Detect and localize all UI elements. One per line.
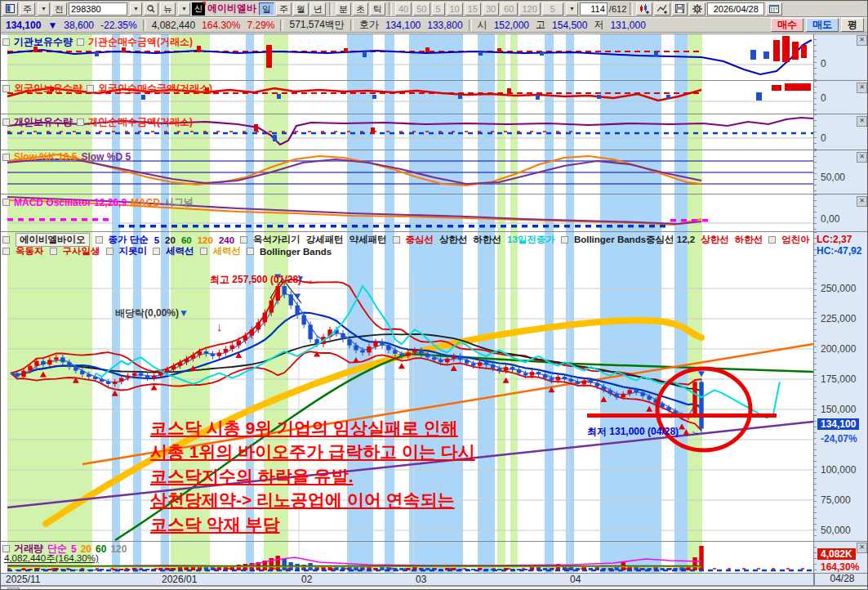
legend-label: 외국인순매수금액(거래소): [98, 82, 212, 96]
timeframe-day-button[interactable]: 일: [259, 2, 274, 16]
legend-checkbox[interactable]: [2, 38, 10, 46]
interval-15-button[interactable]: 15: [465, 2, 481, 16]
legend-label: 옥동자: [16, 245, 44, 257]
timeframe-second-button[interactable]: 초: [353, 2, 368, 16]
date-input[interactable]: 2026/04/28: [707, 2, 764, 16]
legend-checkbox[interactable]: [2, 236, 10, 244]
sell-button[interactable]: 매도: [806, 18, 839, 32]
high-marker-icon: ▼: [296, 274, 305, 283]
trendline-plus-icon: [657, 4, 667, 14]
timeframe-week-button[interactable]: 주: [276, 2, 292, 16]
date-tick: 04: [570, 574, 581, 585]
panel-divider[interactable]: [1, 80, 868, 81]
panel-divider[interactable]: [1, 150, 868, 150]
interval-30-button[interactable]: 30: [483, 2, 499, 16]
individual-panel: 개인보유수량개인순매수금액(거래소): [1, 114, 813, 150]
panel-divider[interactable]: [1, 194, 868, 194]
legend-checkbox[interactable]: [768, 236, 776, 244]
close-panel-button[interactable]: ✕: [857, 116, 867, 127]
legend-checkbox[interactable]: [96, 236, 103, 244]
legend-label: MACD Oscillator 12,26,9: [14, 197, 127, 208]
panel-divider: [1, 585, 868, 586]
panel-divider[interactable]: [1, 541, 868, 542]
close-panel-button[interactable]: ✕: [857, 543, 867, 553]
stock-name: 에이비엘바: [207, 2, 256, 16]
timeframe-minute-button[interactable]: 분: [336, 2, 351, 16]
candle-count-input[interactable]: 114: [580, 2, 608, 16]
legend-checkbox[interactable]: [2, 199, 10, 206]
interval-combo-arrow[interactable]: ▼: [566, 2, 578, 16]
low-pointer-icon: →: [689, 424, 703, 439]
legend-checkbox[interactable]: [87, 85, 94, 92]
panel-divider[interactable]: [1, 114, 868, 114]
info-separator: [469, 20, 472, 31]
add-trendline-tool-button[interactable]: [654, 2, 670, 16]
avg-button[interactable]: 평: [841, 18, 864, 32]
axis-ticks: [814, 150, 817, 194]
legend-label: 120: [110, 543, 127, 555]
close-panel-button[interactable]: ✕: [857, 196, 867, 207]
interval-40-button[interactable]: 40: [395, 2, 412, 16]
buy-button[interactable]: 매수: [771, 18, 803, 32]
close-panel-button[interactable]: ✕: [857, 35, 867, 46]
jeon-button[interactable]: 전: [51, 2, 67, 16]
main-chart-panel: 에이비엘바이오종가 단순52060120240옥석가리기강세패턴약세패턴중심선상…: [1, 231, 813, 541]
axis-value: 0: [821, 92, 826, 104]
interval-50-button[interactable]: 50: [413, 2, 430, 16]
chart-window-icon[interactable]: [2, 2, 18, 16]
timeframe-tick-button[interactable]: 틱: [370, 2, 385, 16]
panel-divider[interactable]: [1, 231, 868, 232]
hoga-label: 호가: [359, 18, 379, 32]
dividend-annotation: 배당락(0,00%)▼: [115, 306, 189, 320]
bid-price: 134,100: [385, 20, 421, 31]
legend-checkbox[interactable]: [240, 236, 247, 244]
shin-logo-icon: 신: [192, 2, 205, 16]
legend-checkbox[interactable]: [77, 118, 84, 126]
legend-checkbox[interactable]: [2, 118, 10, 126]
save-button[interactable]: [672, 2, 688, 16]
period-combo[interactable]: 주: [20, 2, 35, 16]
legend-checkbox[interactable]: [247, 248, 254, 255]
timeframe-year-button[interactable]: 년: [310, 2, 326, 16]
legend-checkbox[interactable]: [2, 248, 10, 255]
settings-button[interactable]: [689, 2, 706, 16]
toolbar-separator: [630, 2, 633, 16]
interval-10-button[interactable]: 10: [447, 2, 463, 16]
price-change: 38,600: [64, 20, 94, 31]
stock-code-arrow[interactable]: ▼: [130, 2, 142, 16]
candle-count-value: 114: [590, 4, 605, 14]
date-tick: 2026/01: [162, 574, 197, 585]
legend-checkbox[interactable]: [561, 236, 568, 244]
interval-60-button[interactable]: 60: [501, 2, 517, 16]
period-combo-arrow[interactable]: ▼: [38, 2, 50, 16]
news-arrow[interactable]: ▼: [178, 2, 190, 16]
close-panel-button[interactable]: ✕: [857, 83, 867, 93]
legend-checkbox[interactable]: [2, 545, 10, 552]
legend-checkbox[interactable]: [393, 236, 400, 244]
main-chart-legend-row2: 옥동자구사일생지못미세력선세력선Bollinger Bands: [2, 245, 332, 257]
interval-5-button[interactable]: 5: [432, 2, 445, 16]
high-label: 고: [536, 18, 545, 32]
stock-code-input[interactable]: 298380: [69, 2, 127, 16]
legend-checkbox[interactable]: [2, 85, 10, 92]
timeframe-month-button[interactable]: 월: [293, 2, 309, 16]
interval-combo[interactable]: 5: [542, 2, 563, 16]
add-candle-tool-button[interactable]: [636, 2, 652, 16]
close-panel-button[interactable]: ✕: [857, 152, 867, 163]
legend-checkbox[interactable]: [153, 248, 160, 255]
legend-checkbox[interactable]: [2, 154, 10, 161]
legend-checkbox[interactable]: [50, 248, 57, 255]
search-button[interactable]: [144, 2, 158, 16]
price-tick: 50,000: [821, 525, 851, 536]
horizontal-scrollbar[interactable]: [1, 586, 868, 590]
legend-checkbox[interactable]: [106, 248, 114, 255]
interval-120-button[interactable]: 120: [519, 2, 541, 16]
legend-label: 13일전종가: [507, 234, 555, 246]
calendar-button[interactable]: [766, 2, 782, 16]
legend-checkbox[interactable]: [77, 38, 84, 46]
save-disk-icon: [675, 4, 684, 13]
news-button[interactable]: 뉴: [160, 2, 176, 16]
low-annotation: 최저 131,000 (04/28) ▲→: [587, 425, 701, 439]
turnover-ratio: 7.29%: [247, 20, 274, 31]
legend-checkbox[interactable]: [200, 248, 207, 255]
